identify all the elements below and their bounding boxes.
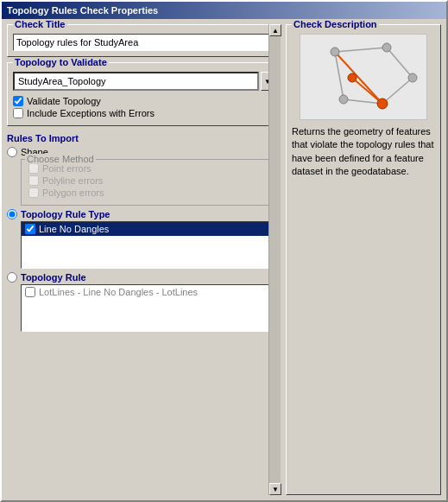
topology-dropdown-value[interactable]: StudyArea_Topology xyxy=(13,72,259,91)
svg-point-7 xyxy=(331,48,339,56)
rule-type-checkbox[interactable] xyxy=(25,224,35,234)
svg-point-10 xyxy=(339,95,348,104)
include-exceptions-row: Include Exceptions with Errors xyxy=(13,108,274,118)
svg-point-12 xyxy=(348,73,357,82)
svg-line-0 xyxy=(335,48,387,52)
description-text: Returns the geometry of features that vi… xyxy=(292,125,435,179)
topology-rule-row: Topology Rule xyxy=(7,272,281,283)
main-window: Topology Rules Check Properties Check Ti… xyxy=(0,0,448,502)
rule-type-list-container: Line No Dangles xyxy=(21,221,281,269)
svg-point-8 xyxy=(382,43,391,52)
choose-method-label: Choose Method xyxy=(25,154,96,164)
check-description-group: Check Description xyxy=(286,24,441,495)
topology-rule-value: LotLines - Line No Dangles - LotLines xyxy=(39,287,198,297)
topology-validate-group: Topology to Validate StudyArea_Topology … xyxy=(7,62,281,126)
check-title-group: Check Title xyxy=(7,24,281,57)
left-panel: Check Title Topology to Validate StudyAr… xyxy=(7,24,281,495)
topology-rule-radio[interactable] xyxy=(7,272,17,283)
polygon-errors-checkbox[interactable] xyxy=(28,187,39,198)
rule-type-list[interactable]: Line No Dangles xyxy=(21,221,281,269)
topology-dropdown-container: StudyArea_Topology ▼ xyxy=(13,72,274,91)
include-exceptions-checkbox[interactable] xyxy=(13,108,23,118)
topology-rule-list-container: LotLines - Line No Dangles - LotLines xyxy=(21,284,281,332)
polyline-errors-row: Polyline errors xyxy=(28,175,273,186)
topology-rule-checkbox[interactable] xyxy=(25,287,35,297)
choose-method-group: Choose Method Point errors Polyline erro… xyxy=(21,159,281,206)
check-title-input[interactable] xyxy=(13,34,274,51)
scroll-down-btn[interactable]: ▼ xyxy=(269,483,281,495)
shape-radio[interactable] xyxy=(7,147,17,157)
point-errors-label: Point errors xyxy=(42,163,91,174)
topology-rule-type-row: Topology Rule Type xyxy=(7,209,281,219)
rule-type-item[interactable]: Line No Dangles xyxy=(22,222,280,236)
title-bar: Topology Rules Check Properties xyxy=(2,2,446,19)
svg-line-3 xyxy=(344,99,382,104)
point-errors-checkbox[interactable] xyxy=(28,163,39,174)
check-title-label: Check Title xyxy=(13,19,67,29)
svg-line-1 xyxy=(387,48,413,78)
right-panel: Check Description xyxy=(286,24,441,495)
vertical-scrollbar[interactable]: ▲ ▼ xyxy=(268,24,281,495)
polygon-errors-row: Polygon errors xyxy=(28,187,273,198)
polyline-errors-label: Polyline errors xyxy=(42,175,103,186)
topology-validate-label: Topology to Validate xyxy=(13,57,109,67)
svg-point-9 xyxy=(408,73,417,82)
topology-rule-list[interactable]: LotLines - Line No Dangles - LotLines xyxy=(21,284,281,332)
rules-import-label: Rules To Import xyxy=(7,133,281,143)
validate-topology-row: Validate Topology xyxy=(13,96,274,106)
check-description-label: Check Description xyxy=(292,19,379,29)
validate-topology-label: Validate Topology xyxy=(27,96,101,106)
include-exceptions-label: Include Exceptions with Errors xyxy=(27,108,155,118)
topology-rule-type-radio[interactable] xyxy=(7,209,17,219)
svg-line-6 xyxy=(352,78,382,104)
polygon-errors-label: Polygon errors xyxy=(42,187,104,198)
polyline-errors-checkbox[interactable] xyxy=(28,175,39,186)
rule-type-value: Line No Dangles xyxy=(39,224,109,234)
topology-diagram xyxy=(300,35,428,121)
validate-topology-checkbox[interactable] xyxy=(13,96,23,106)
window-title: Topology Rules Check Properties xyxy=(7,5,158,16)
rules-section: Rules To Import Shape Choose Method Poin… xyxy=(7,131,281,337)
point-errors-row: Point errors xyxy=(28,163,273,174)
topology-rule-type-label: Topology Rule Type xyxy=(21,209,110,219)
scroll-track xyxy=(269,36,281,483)
topology-rule-label: Topology Rule xyxy=(21,272,86,283)
svg-point-11 xyxy=(377,98,388,109)
diagram-area xyxy=(300,34,427,120)
topology-rule-item[interactable]: LotLines - Line No Dangles - LotLines xyxy=(22,285,280,299)
scroll-up-btn[interactable]: ▲ xyxy=(269,24,281,36)
svg-line-2 xyxy=(382,78,413,104)
